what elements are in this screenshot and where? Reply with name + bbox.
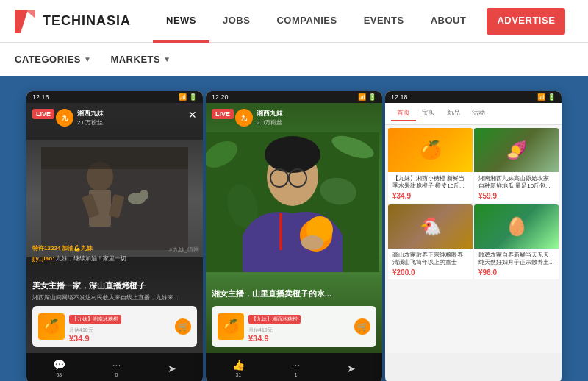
phone1-comment-icon: 💬 xyxy=(53,359,65,371)
phone1-streamer-fans: 2.0万粉丝 xyxy=(77,118,104,127)
subnav: CATEGORIES ▼ MARKETS ▼ xyxy=(0,43,588,76)
svg-rect-20 xyxy=(279,213,282,250)
phone2-live-badge: LIVE xyxy=(212,109,234,119)
subnav-categories-label: CATEGORIES xyxy=(15,54,81,65)
svg-point-23 xyxy=(301,235,323,250)
svg-marker-0 xyxy=(15,10,28,33)
phone2-status-icons: 📶 🔋 xyxy=(358,93,376,101)
phone2-action-bar: 👍 31 ··· 1 ➤ xyxy=(206,353,382,381)
subnav-markets-label: MARKETS xyxy=(110,54,160,65)
phone2-streamer-name: 湘西九妹 xyxy=(257,109,283,118)
phone2-more-count: 1 xyxy=(295,372,298,377)
phone2-product-info: 【九妹】湘西冰糖橙 月估410元 ¥34.9 xyxy=(248,310,350,343)
phone1-comment1: 特许12224 加油💪九妹 xyxy=(32,244,197,252)
phone1-price-row: 月估410元 xyxy=(69,327,171,334)
phone1-product-tag: 【九妹】湖南冰糖橙 xyxy=(69,315,121,324)
shop-item-3[interactable]: 🐔 高山农家散养正宗纯粮喂养清溪山飞筒年以上的童士50... ¥200.0 xyxy=(388,204,473,279)
phone1-more-count: 0 xyxy=(115,372,118,377)
phone1-cart-button[interactable]: 🛒 xyxy=(175,318,191,335)
phone3-shop-tabs: 首页 宝贝 新品 活动 xyxy=(385,103,562,125)
phone1-price: ¥34.9 xyxy=(69,334,171,343)
shop-item-3-price: ¥200.0 xyxy=(392,268,468,277)
shop-item-4-info: 散鸡农家自养新鲜当天无天纯天然妊妇月子正宗散养土... ¥96.0 xyxy=(474,249,559,279)
phone3-tab-new[interactable]: 新品 xyxy=(441,106,466,121)
phone1-comment-count: 68 xyxy=(56,372,62,377)
phone3-tab-home[interactable]: 首页 xyxy=(391,106,416,121)
phone2-video-area xyxy=(206,132,382,272)
svg-point-16 xyxy=(265,136,320,173)
shop-item-3-title: 高山农家散养正宗纯粮喂养清溪山飞筒年以上的童士50... xyxy=(392,252,468,266)
phone2-action-more[interactable]: ··· 1 xyxy=(292,359,301,377)
phone3-tab-baobei[interactable]: 宝贝 xyxy=(416,106,441,121)
header: TECHINASIA NEWS JOBS COMPANIES EVENTS AB… xyxy=(0,0,588,43)
phone1-action-more[interactable]: ··· 0 xyxy=(112,359,121,377)
phone1-statusbar: 12:16 📶 🔋 xyxy=(26,91,203,103)
shop-item-4-img: 🥚 xyxy=(474,204,559,249)
nav-jobs[interactable]: JOBS xyxy=(209,0,263,43)
phone1-comment2-text: 九妹，继续加油！家里一切 xyxy=(56,255,126,262)
shop-item-1-info: 【九妹】湘西小糖橙 新鲜当季水果甜脆橙子 橙皮10斤... ¥34.9 xyxy=(388,172,473,203)
phone1-product-card[interactable]: 🍊 【九妹】湖南冰糖橙 月估410元 ¥34.9 🛒 xyxy=(32,306,197,347)
phone1-live-title: 美女主播一家，深山直播烤橙子 xyxy=(32,280,197,291)
phone1-more-icon: ··· xyxy=(112,359,121,371)
phone1-screen: LIVE 九 湘西九妹 2.0万粉丝 ✕ xyxy=(26,103,203,353)
phone2-streamer-info: 九 湘西九妹 2.0万粉丝 xyxy=(235,109,283,127)
subnav-categories[interactable]: CATEGORIES ▼ xyxy=(15,54,103,65)
phone1-live-badge: LIVE xyxy=(32,109,54,119)
shop-item-2[interactable]: 🍠 湘南湘西九妹高山原始农家自种新鲜地瓜 量足10斤包... ¥59.9 xyxy=(474,128,559,203)
phone1-product-thumb: 🍊 xyxy=(38,313,65,340)
nav-events[interactable]: EVENTS xyxy=(351,0,417,43)
phone3-status-icons: 📶 🔋 xyxy=(537,93,556,101)
phone2-price-row: 月估410元 xyxy=(248,327,350,334)
phone1-comment2-user: jjy_jiao: xyxy=(32,255,54,262)
shop-item-4[interactable]: 🥚 散鸡农家自养新鲜当天无天纯天然妊妇月子正宗散养土... ¥96.0 xyxy=(474,204,559,279)
phone1-product-info: 【九妹】湖南冰糖橙 月估410元 ¥34.9 xyxy=(69,310,171,343)
phone1-action-bar: 💬 68 ··· 0 ➤ xyxy=(26,353,203,381)
shop-item-4-title: 散鸡农家自养新鲜当天无天纯天然妊妇月子正宗散养土... xyxy=(478,252,554,266)
shop-item-2-price: ¥59.9 xyxy=(478,192,554,200)
shop-item-1[interactable]: 🍊 【九妹】湘西小糖橙 新鲜当季水果甜脆橙子 橙皮10斤... ¥34.9 xyxy=(388,128,473,203)
nav-companies[interactable]: COMPANIES xyxy=(263,0,350,43)
phone2-video-scene xyxy=(206,132,379,272)
logo[interactable]: TECHINASIA xyxy=(15,10,131,33)
phone2-live-bg: LIVE 九 湘西九妹 2.0万粉丝 xyxy=(206,103,382,353)
phone1-action-share[interactable]: ➤ xyxy=(168,363,176,374)
phone2-action-share[interactable]: ➤ xyxy=(347,363,356,374)
main-nav: NEWS JOBS COMPANIES EVENTS ABOUT ADVERTI… xyxy=(153,0,565,43)
shop-item-1-img: 🍊 xyxy=(388,128,473,172)
phone3-tab-activity[interactable]: 活动 xyxy=(466,106,491,121)
shop-item-4-price: ¥96.0 xyxy=(478,268,554,277)
phone2-product-card[interactable]: 🍊 【九妹】湘西冰糖橙 月估410元 ¥34.9 🛒 xyxy=(212,306,376,347)
phone2-streamer-avatar: 九 xyxy=(235,109,253,127)
phone2-streamer-fans: 2.0万粉丝 xyxy=(257,118,283,127)
phone-2: 12:20 📶 🔋 LIVE 九 湘西九妹 2.0万粉丝 xyxy=(206,91,382,381)
phone1-title-area: 美女主播一家，深山直播烤橙子 湘西深山间网络不发达村民收入来自线上直播，九妹来.… xyxy=(32,280,197,302)
phone1-action-comment[interactable]: 💬 68 xyxy=(53,359,65,377)
svg-point-8 xyxy=(140,190,148,200)
shop-item-3-info: 高山农家散养正宗纯粮喂养清溪山飞筒年以上的童士50... ¥200.0 xyxy=(388,249,473,279)
categories-arrow-icon: ▼ xyxy=(84,55,91,63)
phone1-streamer-avatar: 九 xyxy=(56,109,74,127)
phone2-watchers: 月估410元 xyxy=(248,327,273,334)
phone2-more-icon: ··· xyxy=(292,359,301,371)
subnav-markets[interactable]: MARKETS ▼ xyxy=(110,54,182,65)
phone2-action-like[interactable]: 👍 31 xyxy=(232,359,245,377)
shop-item-2-img: 🍠 xyxy=(474,128,559,172)
nav-about[interactable]: ABOUT xyxy=(417,0,480,43)
nav-news[interactable]: NEWS xyxy=(153,0,209,43)
shop-item-2-info: 湘南湘西九妹高山原始农家自种新鲜地瓜 量足10斤包... ¥59.9 xyxy=(474,172,559,203)
phone2-share-icon: ➤ xyxy=(347,363,356,374)
nav-advertise[interactable]: ADVERTISE xyxy=(487,8,565,35)
phone2-statusbar: 12:20 📶 🔋 xyxy=(206,91,382,103)
phone2-like-count: 31 xyxy=(235,372,241,377)
logo-text: TECHINASIA xyxy=(43,13,131,29)
phone3-shop-grid: 🍊 【九妹】湘西小糖橙 新鲜当季水果甜脆橙子 橙皮10斤... ¥34.9 🍠 … xyxy=(385,125,562,282)
phone-1: 12:16 📶 🔋 LIVE 九 湘西九妹 2.0万粉丝 ✕ xyxy=(26,91,203,381)
phone2-cart-button[interactable]: 🛒 xyxy=(354,318,370,335)
phone1-close-icon[interactable]: ✕ xyxy=(188,109,197,121)
phone1-live-subtitle: 湘西深山间网络不发达村民收入来自线上直播，九妹来... xyxy=(32,293,197,302)
phone1-live-bg: LIVE 九 湘西九妹 2.0万粉丝 ✕ xyxy=(26,103,203,353)
phone-3: 12:18 📶 🔋 首页 宝贝 新品 活动 🍊 xyxy=(385,91,562,381)
phone2-time: 12:20 xyxy=(212,93,229,101)
phone1-comments: 特许12224 加油💪九妹 jjy_jiao: 九妹，继续加油！家里一切 xyxy=(32,244,197,265)
